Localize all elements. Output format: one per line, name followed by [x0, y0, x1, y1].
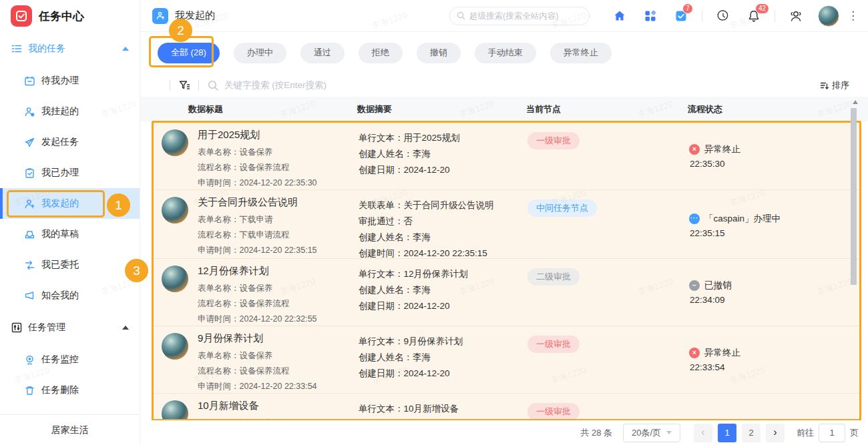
- status-error-icon: ×: [689, 144, 700, 155]
- table-row[interactable]: 关于合同升级公告说明 表单名称：下载申请 流程名称：下载申请流程 申请时间：20…: [154, 190, 859, 259]
- node-tag: 一级审批: [527, 132, 580, 149]
- tab-revoked[interactable]: 撤销: [417, 43, 461, 63]
- status-processing-icon: ···: [689, 213, 700, 224]
- tab-approved[interactable]: 通过: [300, 43, 345, 63]
- page-unit-label: 页: [850, 427, 859, 439]
- divider: [170, 80, 170, 91]
- status-time: 22:33:54: [689, 362, 859, 372]
- row-summary: 关联表单：关于合同升级公告说明: [359, 197, 527, 213]
- sidebar-item-suspended[interactable]: 我挂起的: [0, 96, 140, 127]
- pagination-total: 共 28 条: [580, 427, 612, 439]
- prev-page-button[interactable]: ‹: [694, 424, 712, 442]
- sidebar-item-initiate-task[interactable]: 发起任务: [0, 127, 140, 157]
- sidebar-section-my-tasks[interactable]: 我的任务: [0, 32, 140, 65]
- sidebar-item-cc-to-me[interactable]: 知会我的: [0, 280, 140, 311]
- sidebar-item-task-delete[interactable]: 任务删除: [0, 375, 140, 406]
- apps-grid-button[interactable]: [643, 9, 658, 23]
- home-button[interactable]: [612, 9, 627, 23]
- row-detail: 申请时间：2024-12-20 22:33:54: [198, 379, 352, 394]
- column-header: 数据摘要: [357, 103, 392, 115]
- top-header: 我发起的 7 42: [140, 0, 868, 32]
- filter-funnel-icon[interactable]: [178, 79, 190, 91]
- row-title: 关于合同升级公告说明: [198, 196, 352, 209]
- sidebar-section-task-mgmt[interactable]: 任务管理: [0, 311, 140, 344]
- user-avatar[interactable]: [818, 5, 839, 27]
- row-detail: 流程名称：设备保养流程: [198, 296, 352, 312]
- sidebar-item-label: 我已委托: [41, 259, 79, 271]
- chevron-up-icon: [122, 326, 129, 330]
- status-cell: ···「caspain」办理中 22:35:15: [689, 213, 859, 240]
- status-text: 「caspain」办理中: [704, 213, 781, 225]
- keyword-search-input[interactable]: [224, 80, 820, 90]
- sort-icon: [820, 81, 829, 90]
- sidebar-section-label: 我的任务: [28, 43, 65, 55]
- delegate-icon: [24, 260, 35, 271]
- sidebar-item-pending[interactable]: 待我办理: [0, 65, 140, 96]
- global-search-input[interactable]: [469, 11, 582, 21]
- scrollbar-thumb[interactable]: [851, 108, 857, 285]
- sort-button[interactable]: 排序: [820, 79, 849, 91]
- divider: [702, 10, 702, 22]
- tab-in-progress[interactable]: 办理中: [234, 43, 286, 63]
- table-row[interactable]: 10月新增设备 表单名称：设备保养 单行文本：10月新增设备 创建人姓名：李海 …: [154, 394, 859, 421]
- divider: [775, 10, 775, 22]
- row-summary: 创建日期：2024-12-20: [359, 162, 527, 178]
- avatar: [162, 333, 188, 360]
- scrollbar-up-arrow[interactable]: [853, 100, 858, 104]
- status-time: 22:34:09: [689, 295, 859, 305]
- row-detail: 流程名称：设备保养流程: [198, 160, 352, 175]
- sidebar-item-drafts[interactable]: 我的草稿: [0, 219, 140, 250]
- todo-button[interactable]: 7: [674, 9, 688, 23]
- node-tag: 一级审批: [527, 403, 580, 420]
- notifications-badge: 42: [755, 3, 769, 14]
- sidebar-item-delegated[interactable]: 我已委托: [0, 250, 140, 280]
- row-detail: 表单名称：设备保养: [198, 348, 352, 364]
- tab-rejected[interactable]: 拒绝: [359, 43, 403, 63]
- sidebar-item-label: 待我办理: [41, 75, 79, 87]
- page-button-2[interactable]: 2: [742, 424, 761, 442]
- user-pause-icon: [24, 106, 35, 117]
- user-up-icon: [24, 198, 35, 209]
- sidebar-logo-row: 任务中心: [0, 0, 140, 32]
- sidebar-footer[interactable]: 居家生活: [0, 414, 140, 445]
- next-page-button[interactable]: ›: [766, 424, 785, 442]
- page-size-select[interactable]: 20条/页: [623, 424, 680, 442]
- notifications-bell-button[interactable]: 42: [746, 9, 761, 23]
- tab-abnormal-end[interactable]: 异常终止: [550, 43, 612, 63]
- status-revoked-icon: −: [689, 280, 700, 291]
- chevron-up-icon: [122, 47, 129, 51]
- sidebar-item-initiated-by-me[interactable]: 我发起的: [0, 188, 140, 219]
- status-cell: ×异常终止 22:35:30: [689, 143, 859, 170]
- sidebar-item-label: 我的草稿: [41, 228, 79, 240]
- avatar: [162, 400, 188, 421]
- history-clock-button[interactable]: [716, 9, 730, 23]
- page-button-1[interactable]: 1: [718, 424, 736, 442]
- tab-manual-end[interactable]: 手动结束: [475, 43, 536, 63]
- page-title-icon: [152, 8, 168, 24]
- row-summary: 审批通过：否: [359, 213, 527, 230]
- row-title: 9月份保养计划: [198, 332, 352, 345]
- avatar: [162, 266, 188, 292]
- more-menu-button[interactable]: ⋮: [847, 10, 859, 21]
- goto-page-input[interactable]: [819, 424, 845, 442]
- calendar-badge-icon: [24, 75, 35, 87]
- sidebar-item-handled[interactable]: 我已办理: [0, 157, 140, 188]
- table-row[interactable]: 用于2025规划 表单名称：设备保养 流程名称：设备保养流程 申请时间：2024…: [154, 123, 859, 190]
- row-title: 10月新增设备: [198, 400, 352, 412]
- status-tabs: 全部 (28) 办理中 通过 拒绝 撤销 手动结束 异常终止: [140, 32, 868, 73]
- tab-all[interactable]: 全部 (28): [158, 43, 220, 63]
- table-row[interactable]: 9月份保养计划 表单名称：设备保养 流程名称：设备保养流程 申请时间：2024-…: [154, 326, 859, 394]
- support-agent-button[interactable]: [789, 9, 803, 23]
- filter-bar: 排序: [140, 73, 868, 97]
- pagination-bar: 共 28 条 20条/页 ‹ 1 2 › 前往 页: [140, 420, 868, 445]
- row-detail: 申请时间：2024-12-20 22:32:55: [198, 312, 352, 327]
- table-row[interactable]: 12月份保养计划 表单名称：设备保养 流程名称：设备保养流程 申请时间：2024…: [154, 259, 859, 326]
- row-summary: 创建人姓名：李海: [359, 350, 527, 366]
- page-title: 我发起的: [175, 9, 215, 22]
- row-summary: 单行文本：12月份保养计划: [359, 266, 527, 282]
- search-icon: [457, 11, 465, 20]
- node-tag: 二级审批: [527, 268, 580, 286]
- sidebar-item-task-monitor[interactable]: 任务监控: [0, 344, 140, 375]
- row-summary: 创建人姓名：李海: [359, 230, 527, 246]
- row-summary: 创建日期：2024-12-20: [359, 366, 527, 382]
